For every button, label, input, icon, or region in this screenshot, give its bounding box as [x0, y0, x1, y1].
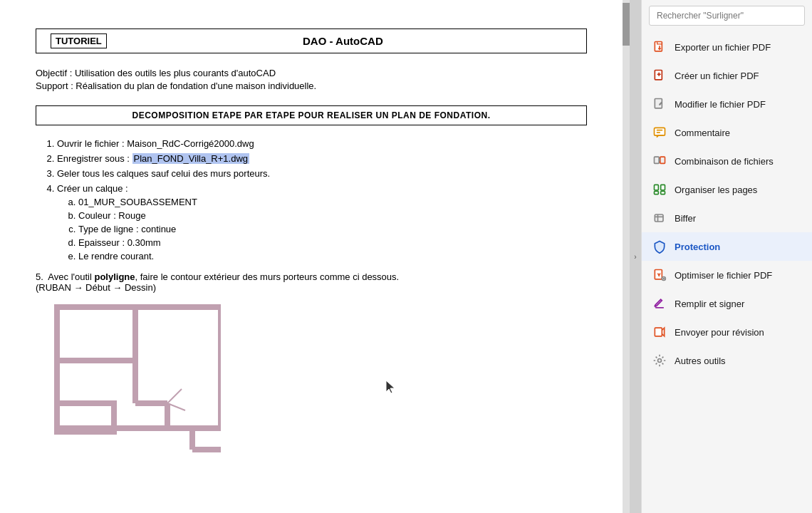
organize-icon: [652, 182, 667, 197]
title-box: TUTORIEL DAO - AutoCAD: [36, 28, 587, 53]
sidebar-item-protection[interactable]: Protection: [642, 232, 812, 261]
create-pdf-label: Créer un fichier PDF: [675, 71, 759, 81]
sidebar-item-erase[interactable]: Biffer: [642, 204, 812, 232]
step-5-rest: , faire le contour extérieur des murs po…: [135, 271, 400, 282]
svg-rect-34: [655, 328, 662, 336]
sidebar-item-optimize[interactable]: Optimiser le fichier PDF: [642, 261, 812, 289]
other-tools-icon: [652, 353, 667, 368]
arrow-icon: ›: [634, 253, 636, 261]
step-5-block: 5. Avec l'outil polyligne, faire le cont…: [36, 271, 587, 293]
section-header: Decomposition etape par etape pour reali…: [36, 105, 587, 125]
erase-icon: [652, 210, 667, 226]
optimize-label: Optimiser le fichier PDF: [675, 270, 772, 281]
svg-line-6: [167, 389, 182, 403]
steps-list: Ouvrir le fichier : Maison_RdC-Corrigé20…: [36, 138, 587, 261]
protection-label: Protection: [675, 242, 720, 252]
protection-icon: [652, 239, 667, 254]
step-4-text: Créer un calque :: [57, 183, 128, 194]
svg-rect-22: [655, 185, 659, 190]
svg-rect-24: [655, 192, 659, 195]
svg-rect-20: [655, 157, 660, 163]
floor-plan: [50, 300, 587, 466]
sidebar-item-combine[interactable]: Combinaison de fichiers: [642, 147, 812, 175]
step-1: Ouvrir le fichier : Maison_RdC-Corrigé20…: [57, 138, 587, 149]
comment-label: Commentaire: [675, 128, 730, 138]
sidebar-item-create-pdf[interactable]: Créer un fichier PDF: [642, 61, 812, 90]
floor-plan-svg: [50, 300, 221, 464]
organize-label: Organiser les pages: [675, 185, 757, 195]
sidebar-item-modify-pdf[interactable]: Modifier le fichier PDF: [642, 90, 812, 118]
svg-rect-25: [661, 192, 665, 195]
sidebar-item-send-review[interactable]: Envoyer pour révision: [642, 318, 812, 346]
step-5-prefix: 5. Avec l'outil: [36, 271, 94, 282]
sidebar-item-organize[interactable]: Organiser les pages: [642, 175, 812, 204]
step-5-sub: (RUBAN → Début → Dessin): [36, 282, 587, 293]
cursor: [385, 379, 396, 397]
modify-pdf-label: Modifier le fichier PDF: [675, 99, 766, 110]
export-pdf-icon: [652, 39, 667, 55]
create-pdf-icon: [652, 68, 667, 83]
sub-item-c: Type de ligne : continue: [78, 224, 587, 234]
sub-item-b: Couleur : Rouge: [78, 210, 587, 221]
step-3-text: Geler tous les calques sauf celui des mu…: [57, 168, 270, 179]
document-area[interactable]: TUTORIEL DAO - AutoCAD Objectif : Utilis…: [0, 0, 623, 513]
svg-marker-11: [386, 380, 395, 393]
sub-item-d: Epaisseur : 0.30mm: [78, 237, 587, 248]
erase-label: Biffer: [675, 213, 696, 224]
other-tools-label: Autres outils: [675, 356, 726, 366]
modify-pdf-icon: [652, 96, 667, 112]
step-4: Créer un calque : 01_MUR_SOUBASSEMENT Co…: [57, 183, 587, 261]
step-1-text: Ouvrir le fichier : Maison_RdC-Corrigé20…: [57, 138, 254, 149]
svg-point-35: [658, 359, 662, 363]
sidebar-menu: Exporter un fichier PDF Créer un fichier…: [642, 33, 812, 513]
optimize-icon: [652, 267, 667, 283]
svg-rect-23: [661, 185, 665, 190]
search-input[interactable]: [649, 6, 805, 26]
svg-rect-26: [655, 214, 663, 222]
sidebar-collapse-arrow[interactable]: ›: [630, 0, 641, 513]
step-5-text: 5. Avec l'outil polyligne, faire le cont…: [36, 271, 587, 282]
sidebar-item-other-tools[interactable]: Autres outils: [642, 346, 812, 375]
step-4-sublist: 01_MUR_SOUBASSEMENT Couleur : Rouge Type…: [57, 197, 587, 261]
tutorial-tag: TUTORIEL: [51, 33, 107, 48]
comment-icon: [652, 125, 667, 140]
sub-item-a: 01_MUR_SOUBASSEMENT: [78, 197, 587, 207]
step-3: Geler tous les calques sauf celui des mu…: [57, 168, 587, 179]
sidebar-item-comment[interactable]: Commentaire: [642, 118, 812, 147]
svg-rect-12: [655, 42, 662, 51]
step-2: Enregistrer sous : Plan_FOND_Villa_R+1.d…: [57, 153, 587, 164]
send-review-label: Envoyer pour révision: [675, 327, 764, 338]
fill-sign-label: Remplir et signer: [675, 299, 744, 309]
objective-block: Objectif : Utilisation des outils les pl…: [36, 68, 587, 91]
sub-item-e: Le rendre courant.: [78, 251, 587, 261]
step-5-bold: polyligne: [94, 271, 135, 282]
fill-sign-icon: [652, 296, 667, 311]
svg-rect-17: [655, 128, 665, 135]
cursor-icon: [385, 379, 396, 395]
combine-icon: [652, 153, 667, 169]
send-review-icon: [652, 324, 667, 340]
scrollbar[interactable]: [623, 0, 630, 513]
step-2-before: Enregistrer sous :: [57, 153, 132, 164]
sidebar-item-export-pdf[interactable]: Exporter un fichier PDF: [642, 33, 812, 61]
combine-label: Combinaison de fichiers: [675, 156, 774, 167]
sidebar: Exporter un fichier PDF Créer un fichier…: [641, 0, 812, 513]
objective-line2: Support : Réalisation du plan de fondati…: [36, 81, 587, 91]
sidebar-item-fill-sign[interactable]: Remplir et signer: [642, 289, 812, 318]
export-pdf-label: Exporter un fichier PDF: [675, 42, 771, 53]
scrollbar-thumb[interactable]: [623, 3, 630, 46]
svg-rect-13: [655, 71, 662, 80]
doc-title: DAO - AutoCAD: [114, 35, 572, 47]
objective-line1: Objectif : Utilisation des outils les pl…: [36, 68, 587, 78]
svg-rect-0: [57, 307, 221, 428]
step-2-highlight: Plan_FOND_Villa_R+1.dwg: [132, 153, 250, 164]
svg-rect-21: [660, 157, 665, 163]
